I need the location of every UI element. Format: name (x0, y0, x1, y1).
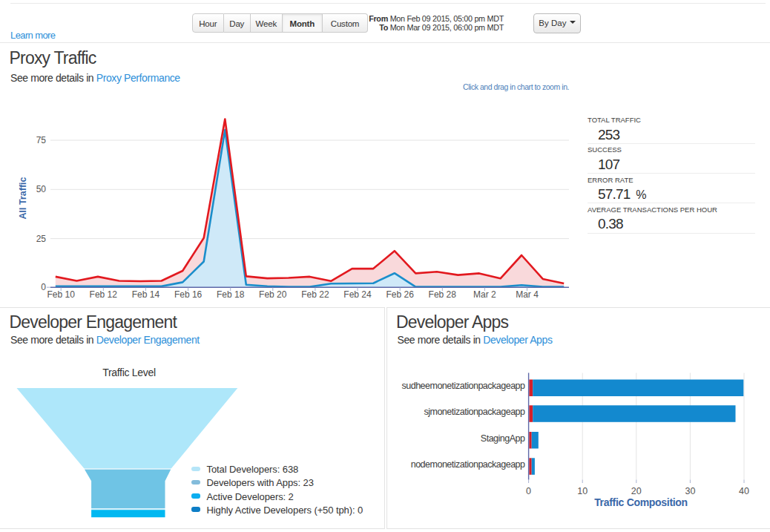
svg-text:All Traffic: All Traffic (18, 177, 28, 219)
svg-text:Traffic Composition: Traffic Composition (594, 496, 688, 508)
svg-text:Feb 18: Feb 18 (217, 289, 245, 300)
svg-text:Feb 16: Feb 16 (174, 289, 203, 300)
svg-text:0: 0 (41, 282, 46, 292)
svg-text:sjmonetizationpackageapp: sjmonetizationpackageapp (424, 407, 525, 417)
svg-text:Feb 14: Feb 14 (132, 289, 160, 300)
svg-text:75: 75 (36, 135, 47, 145)
svg-text:40: 40 (739, 486, 749, 496)
svg-text:Feb 26: Feb 26 (386, 289, 415, 300)
svg-text:0: 0 (526, 486, 531, 496)
svg-text:sudheemonetizationpackageapp: sudheemonetizationpackageapp (402, 381, 526, 391)
svg-text:Feb 10: Feb 10 (47, 289, 76, 300)
svg-text:Feb 24: Feb 24 (343, 289, 372, 300)
svg-text:50: 50 (36, 184, 47, 194)
svg-text:StagingApp: StagingApp (481, 433, 525, 444)
svg-text:Feb 22: Feb 22 (301, 289, 329, 300)
svg-text:Mar 4: Mar 4 (516, 289, 539, 300)
svg-text:Feb 20: Feb 20 (259, 289, 287, 300)
svg-text:Feb 12: Feb 12 (90, 289, 118, 300)
svg-text:Mar 2: Mar 2 (473, 289, 496, 300)
svg-text:Feb 28: Feb 28 (429, 289, 457, 300)
svg-text:10: 10 (577, 486, 588, 496)
svg-text:30: 30 (685, 486, 695, 496)
svg-text:20: 20 (631, 486, 642, 496)
svg-text:25: 25 (36, 234, 47, 244)
svg-text:nodemonetizationpackageapp: nodemonetizationpackageapp (411, 459, 525, 470)
